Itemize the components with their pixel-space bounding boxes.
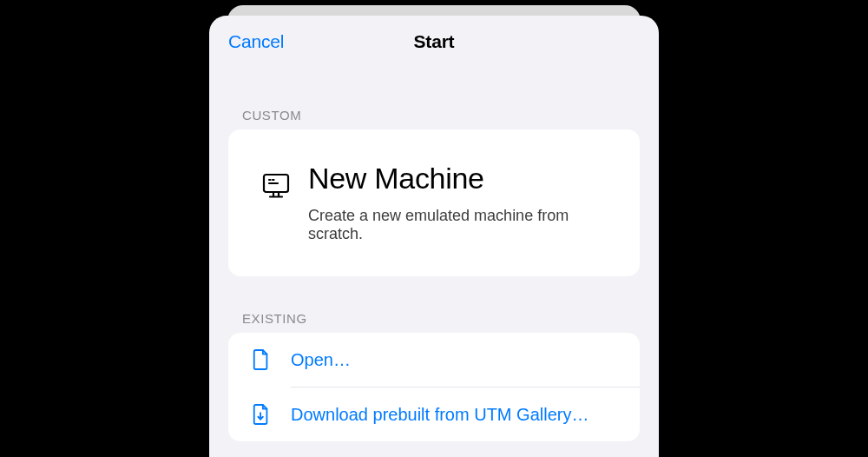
- modal-sheet: Cancel Start CUSTOM New Machine Create a…: [209, 16, 659, 457]
- computer-icon: [260, 173, 293, 199]
- new-machine-row[interactable]: New Machine Create a new emulated machin…: [228, 129, 640, 276]
- download-gallery-label: Download prebuilt from UTM Gallery…: [279, 405, 624, 425]
- new-machine-text: New Machine Create a new emulated machin…: [308, 162, 614, 243]
- new-machine-subtitle: Create a new emulated machine from scrat…: [308, 207, 614, 243]
- section-header-existing: EXISTING: [209, 276, 659, 333]
- nav-bar: Cancel Start: [209, 16, 659, 68]
- section-header-custom: CUSTOM: [209, 68, 659, 129]
- existing-card: Open… Download prebuilt from UTM Gallery…: [228, 333, 640, 441]
- document-download-icon: [244, 403, 279, 426]
- open-label: Open…: [279, 350, 624, 370]
- cancel-button[interactable]: Cancel: [228, 31, 284, 52]
- open-row[interactable]: Open…: [228, 333, 640, 387]
- page-title: Start: [228, 31, 640, 52]
- custom-card: New Machine Create a new emulated machin…: [228, 129, 640, 276]
- document-icon: [244, 348, 279, 371]
- download-gallery-row[interactable]: Download prebuilt from UTM Gallery…: [228, 387, 640, 441]
- new-machine-title: New Machine: [308, 162, 614, 195]
